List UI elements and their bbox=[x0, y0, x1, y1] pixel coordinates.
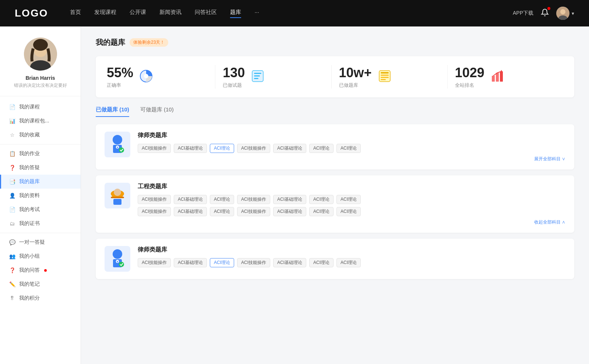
bank-title-lawyer-1: 律师类题库 bbox=[138, 132, 565, 139]
bank-tag[interactable]: ACI理论 bbox=[336, 144, 361, 153]
bank-title-engineer: 工程类题库 bbox=[138, 183, 565, 190]
expand-link-2[interactable]: 收起全部科目 ∧ bbox=[138, 219, 565, 225]
navbar: LOGO 首页 发现课程 公开课 新闻资讯 问答社区 题库 ··· APP下载 bbox=[0, 0, 589, 26]
sidebar-item-my-course[interactable]: 📄 我的课程 bbox=[0, 100, 81, 114]
exam-icon: 📄 bbox=[9, 206, 15, 213]
stats-card: 55% 正确率 130 已做试题 bbox=[96, 56, 574, 97]
bank-tag[interactable]: ACI基础理论 bbox=[273, 258, 306, 267]
homework-icon: 📋 bbox=[9, 150, 15, 157]
sidebar-item-favorites[interactable]: ☆ 我的收藏 bbox=[0, 128, 81, 142]
certificate-icon: 🗂 bbox=[9, 220, 15, 227]
bank-tag[interactable]: ACI理论 bbox=[309, 207, 334, 216]
bank-tag[interactable]: ACI理论 bbox=[336, 207, 361, 216]
svg-rect-10 bbox=[254, 73, 261, 74]
sidebar-avatar bbox=[24, 38, 57, 71]
bank-tag[interactable]: ACI技能操作 bbox=[138, 207, 171, 216]
bank-tag[interactable]: ACI理论 bbox=[309, 144, 334, 153]
trial-badge: 体验剩余23天！ bbox=[130, 38, 168, 47]
sidebar-item-course-package[interactable]: 📊 我的课程包... bbox=[0, 114, 81, 128]
bank-tag[interactable]: ACI理论 bbox=[309, 195, 334, 204]
bank-tag[interactable]: ACI技能操作 bbox=[237, 258, 270, 267]
svg-rect-28 bbox=[111, 197, 124, 198]
svg-rect-16 bbox=[381, 77, 389, 78]
bank-tag[interactable]: ACI技能操作 bbox=[138, 195, 171, 204]
nav-more[interactable]: ··· bbox=[254, 9, 259, 18]
nav-chevron-icon: ▾ bbox=[572, 11, 574, 16]
sidebar-item-certificate[interactable]: 🗂 我的证书 bbox=[0, 217, 81, 231]
bank-tag[interactable]: ACI基础理论 bbox=[174, 144, 207, 153]
svg-point-8 bbox=[144, 74, 148, 78]
nav-news[interactable]: 新闻资讯 bbox=[159, 9, 181, 18]
bank-tag[interactable]: ACI技能操作 bbox=[237, 195, 270, 204]
notification-badge bbox=[547, 7, 550, 10]
bank-tag[interactable]: ACI基础理论 bbox=[273, 207, 306, 216]
stat-rank-label: 全站排名 bbox=[455, 82, 484, 89]
sidebar-item-notes[interactable]: ✏️ 我的笔记 bbox=[0, 277, 81, 291]
svg-rect-12 bbox=[254, 78, 258, 79]
logo[interactable]: LOGO bbox=[15, 7, 48, 19]
bank-tag-selected[interactable]: ACI理论 bbox=[210, 258, 234, 267]
bank-tag[interactable]: ACI理论 bbox=[336, 195, 361, 204]
expand-link-1[interactable]: 展开全部科目 ∨ bbox=[138, 156, 565, 162]
bank-card-lawyer-1: 律师类题库 ACI技能操作 ACI基础理论 ACI理论 ACI技能操作 ACI基… bbox=[96, 124, 574, 169]
sidebar-item-bank[interactable]: 📑 我的题库 bbox=[0, 175, 81, 189]
tabs-container: 已做题库 (10) 可做题库 (10) bbox=[96, 106, 574, 117]
group-icon: 👥 bbox=[9, 253, 15, 260]
bank-tag[interactable]: ACI技能操作 bbox=[237, 144, 270, 153]
bank-tag[interactable]: ACI技能操作 bbox=[138, 144, 171, 153]
bank-tag[interactable]: ACI理论 bbox=[210, 207, 234, 216]
app-download-button[interactable]: APP下载 bbox=[513, 10, 533, 17]
sidebar-item-group[interactable]: 👥 我的小组 bbox=[0, 249, 81, 263]
svg-point-25 bbox=[119, 147, 124, 153]
bank-tags-lawyer-1: ACI技能操作 ACI基础理论 ACI理论 ACI技能操作 ACI基础理论 AC… bbox=[138, 144, 565, 153]
svg-rect-29 bbox=[113, 199, 121, 205]
bank-tag[interactable]: ACI基础理论 bbox=[174, 195, 207, 204]
sidebar-username: Brian Harris bbox=[25, 75, 55, 81]
points-icon: 🎖 bbox=[9, 295, 15, 301]
bank-tag[interactable]: ACI技能操作 bbox=[237, 207, 270, 216]
sidebar-item-points[interactable]: 🎖 我的积分 bbox=[0, 291, 81, 305]
bank-tags-engineer-row2: ACI技能操作 ACI基础理论 ACI理论 ACI技能操作 ACI基础理论 AC… bbox=[138, 207, 565, 216]
nav-home[interactable]: 首页 bbox=[70, 9, 81, 18]
bank-tag[interactable]: ACI理论 bbox=[210, 195, 234, 204]
stat-accuracy: 55% 正确率 bbox=[107, 65, 215, 89]
bank-tag-selected[interactable]: ACI理论 bbox=[210, 144, 234, 153]
sidebar-item-my-qa[interactable]: ❓ 我的问答 bbox=[0, 263, 81, 277]
sidebar: Brian Harris 错误的决定比没有决定要好 📄 我的课程 📊 我的课程包… bbox=[0, 26, 81, 364]
stat-accuracy-label: 正确率 bbox=[107, 82, 133, 89]
svg-rect-18 bbox=[492, 76, 495, 82]
1on1-icon: 💬 bbox=[9, 239, 15, 246]
bank-tag[interactable]: ACI技能操作 bbox=[138, 258, 171, 267]
nav-mooc[interactable]: 公开课 bbox=[130, 9, 146, 18]
svg-point-22 bbox=[113, 135, 122, 144]
nav-qa[interactable]: 问答社区 bbox=[195, 9, 217, 18]
sidebar-item-qa[interactable]: ❓ 我的答疑 bbox=[0, 161, 81, 175]
my-qa-icon: ❓ bbox=[9, 267, 15, 274]
stat-accuracy-value: 55% bbox=[107, 65, 133, 81]
stat-done-questions-label: 已做试题 bbox=[223, 82, 245, 89]
user-avatar-button[interactable]: ▾ bbox=[556, 7, 574, 20]
svg-rect-15 bbox=[381, 75, 389, 76]
bank-tag[interactable]: ACI基础理论 bbox=[273, 144, 306, 153]
tab-available-banks[interactable]: 可做题库 (10) bbox=[140, 106, 174, 117]
tab-done-banks[interactable]: 已做题库 (10) bbox=[96, 106, 129, 117]
stat-done-questions-icon bbox=[251, 69, 265, 85]
bank-tag[interactable]: ACI基础理论 bbox=[174, 258, 207, 267]
nav-discover[interactable]: 发现课程 bbox=[94, 9, 116, 18]
bank-tag[interactable]: ACI理论 bbox=[309, 258, 334, 267]
nav-bank[interactable]: 题库 bbox=[230, 9, 241, 18]
sidebar-item-profile[interactable]: 👤 我的资料 bbox=[0, 189, 81, 203]
bank-tag[interactable]: ACI基础理论 bbox=[273, 195, 306, 204]
bank-tag[interactable]: ACI理论 bbox=[336, 258, 361, 267]
notification-bell[interactable] bbox=[541, 8, 549, 18]
bank-tag[interactable]: ACI基础理论 bbox=[174, 207, 207, 216]
svg-rect-19 bbox=[496, 73, 499, 82]
stat-rank-icon bbox=[490, 69, 504, 85]
svg-point-1 bbox=[560, 9, 565, 14]
sidebar-item-homework[interactable]: 📋 我的作业 bbox=[0, 147, 81, 161]
sidebar-item-1on1-qa[interactable]: 💬 一对一答疑 bbox=[0, 235, 81, 249]
svg-rect-17 bbox=[381, 79, 386, 80]
content-area: 我的题库 体验剩余23天！ 55% 正确率 bbox=[81, 26, 589, 364]
sidebar-item-exam[interactable]: 📄 我的考试 bbox=[0, 203, 81, 217]
favorites-icon: ☆ bbox=[9, 132, 15, 138]
